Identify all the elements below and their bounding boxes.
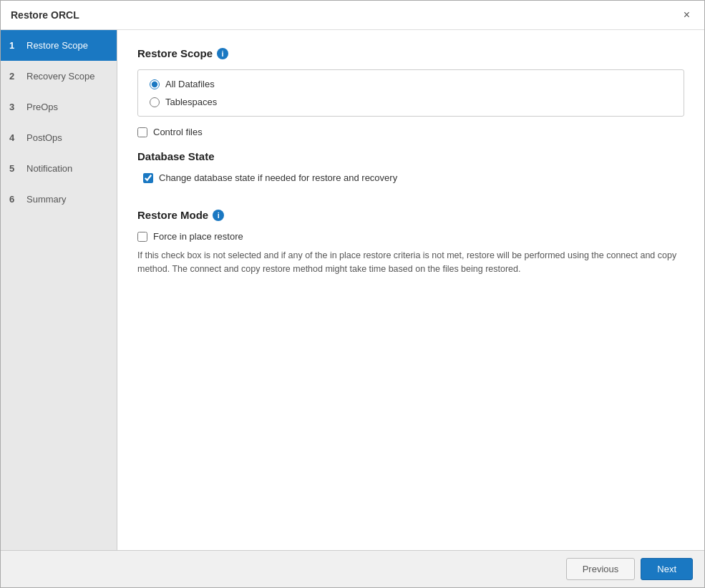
radio-tablespaces-label: Tablespaces [165, 97, 217, 107]
force-restore-checkbox[interactable] [137, 232, 147, 242]
restore-mode-title: Restore Mode [137, 209, 208, 221]
control-files-row[interactable]: Control files [137, 127, 684, 137]
dialog-title: Restore ORCL [11, 9, 79, 21]
dialog-body: 1 Restore Scope 2 Recovery Scope 3 PreOp… [1, 30, 704, 550]
sidebar-label-4: PostOps [26, 132, 62, 143]
sidebar-item-notification[interactable]: 5 Notification [1, 153, 117, 184]
sidebar-item-summary[interactable]: 6 Summary [1, 184, 117, 215]
sidebar-label-2: Recovery Scope [26, 71, 94, 82]
database-state-heading: Database State [137, 150, 684, 162]
restore-mode-hint: If this check box is not selected and if… [137, 249, 684, 276]
step-number-1: 1 [9, 40, 21, 51]
sidebar-label-1: Restore Scope [26, 40, 88, 51]
dialog-footer: Previous Next [1, 550, 704, 587]
radio-tablespaces-input[interactable] [150, 97, 160, 107]
sidebar: 1 Restore Scope 2 Recovery Scope 3 PreOp… [1, 30, 117, 550]
restore-scope-info-icon[interactable]: i [217, 48, 228, 59]
step-number-5: 5 [9, 163, 21, 174]
db-state-checkbox[interactable] [143, 173, 153, 183]
restore-mode-heading: Restore Mode i [137, 209, 684, 221]
radio-tablespaces[interactable]: Tablespaces [150, 97, 672, 107]
previous-button[interactable]: Previous [566, 558, 636, 580]
dialog-header: Restore ORCL × [1, 1, 704, 30]
sidebar-item-restore-scope[interactable]: 1 Restore Scope [1, 30, 117, 61]
sidebar-item-preops[interactable]: 3 PreOps [1, 92, 117, 122]
restore-scope-heading: Restore Scope i [137, 47, 684, 59]
database-state-section: Database State Change database state if … [137, 150, 684, 196]
sidebar-label-6: Summary [26, 194, 67, 205]
restore-dialog: Restore ORCL × 1 Restore Scope 2 Recover… [0, 0, 705, 588]
sidebar-label-3: PreOps [26, 102, 58, 112]
step-number-4: 4 [9, 132, 21, 143]
sidebar-item-recovery-scope[interactable]: 2 Recovery Scope [1, 61, 117, 92]
sidebar-item-postops[interactable]: 4 PostOps [1, 122, 117, 153]
step-number-3: 3 [9, 102, 21, 112]
restore-mode-section: Restore Mode i Force in place restore If… [137, 209, 684, 276]
control-files-label: Control files [153, 127, 203, 137]
radio-all-datafiles-input[interactable] [150, 79, 160, 89]
restore-mode-info-icon[interactable]: i [213, 210, 224, 221]
close-button[interactable]: × [679, 8, 694, 22]
datafile-radio-group: All Datafiles Tablespaces [137, 69, 684, 117]
radio-all-datafiles-label: All Datafiles [165, 79, 215, 89]
radio-all-datafiles[interactable]: All Datafiles [150, 79, 672, 89]
db-state-checkbox-label: Change database state if needed for rest… [159, 172, 397, 183]
step-number-6: 6 [9, 194, 21, 205]
restore-scope-title: Restore Scope [137, 47, 213, 59]
main-content: Restore Scope i All Datafiles Tablespace… [117, 30, 704, 550]
control-files-checkbox[interactable] [137, 127, 147, 137]
force-restore-row[interactable]: Force in place restore [137, 231, 684, 242]
next-button[interactable]: Next [641, 558, 693, 580]
db-state-checkbox-row[interactable]: Change database state if needed for rest… [143, 172, 684, 183]
step-number-2: 2 [9, 71, 21, 82]
sidebar-label-5: Notification [26, 163, 72, 174]
database-state-title: Database State [137, 150, 215, 162]
force-restore-label: Force in place restore [153, 231, 243, 242]
